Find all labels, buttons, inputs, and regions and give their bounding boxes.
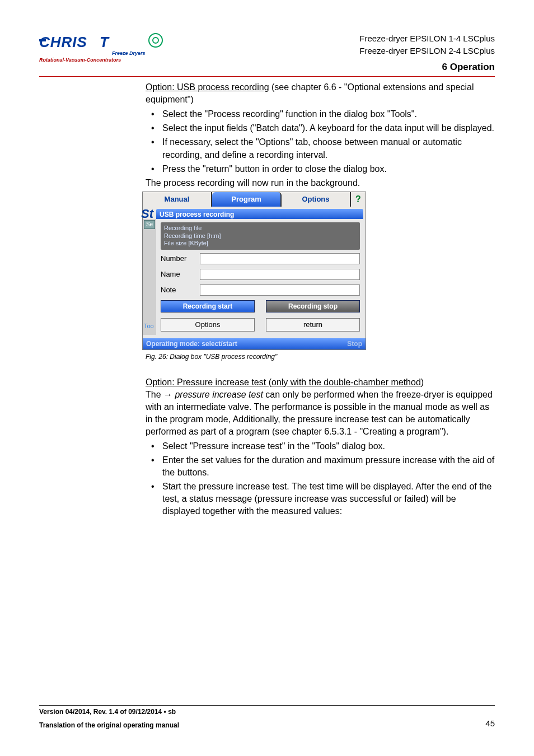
usb-dialog: Manual Program Options ? St 2015-10-21 U… — [142, 192, 366, 350]
info-l2: Recording time [h:m] — [164, 232, 357, 240]
pressure-p1a: The → — [146, 390, 175, 399]
footer-line2: Translation of the original operating ma… — [39, 721, 495, 729]
svg-point-4 — [153, 38, 158, 43]
label-note: Note — [161, 285, 200, 295]
footer: Version 04/2014, Rev. 1.4 of 09/12/2014 … — [39, 705, 495, 729]
label-number: Number — [161, 254, 200, 264]
usb-after: The process recording will now run in th… — [146, 177, 495, 189]
return-button[interactable]: return — [266, 318, 360, 332]
dialog-midbar: St 2015-10-21 USB process recording — [143, 207, 366, 219]
usb-b2: Select the input fields ("Batch data"). … — [146, 122, 495, 134]
usb-b4: Press the "return" button in order to cl… — [146, 163, 495, 175]
pressure-p1b: pressure increase test — [175, 390, 263, 399]
logo: CHRIS T Freeze Dryers Rotational-Vacuum-… — [39, 32, 168, 67]
footer-divider — [39, 705, 495, 706]
pressure-bullets: Select "Pressure increase test" in the "… — [146, 440, 495, 517]
header-line1: Freeze-dryer EPSILON 1-4 LSCplus — [359, 32, 495, 45]
pressure-p1: The → pressure increase test can only be… — [146, 389, 495, 438]
svg-text:CHRIS: CHRIS — [39, 34, 87, 50]
tab-manual[interactable]: Manual — [143, 192, 212, 207]
svg-point-3 — [149, 34, 162, 47]
usb-b3: If necessary, select the "Options" tab, … — [146, 136, 495, 161]
status-right: Stop — [347, 339, 362, 349]
christ-logo: CHRIS T Freeze Dryers Rotational-Vacuum-… — [39, 32, 168, 67]
midbar-title: USB process recording — [156, 209, 363, 219]
footer-line1: Version 04/2014, Rev. 1.4 of 09/12/2014 … — [39, 708, 495, 716]
label-name: Name — [161, 269, 200, 279]
header: CHRIS T Freeze Dryers Rotational-Vacuum-… — [39, 32, 495, 74]
page-number: 45 — [485, 718, 495, 728]
logo-sub2: Rotational-Vacuum-Concentrators — [39, 57, 121, 63]
dialog-btnrow1: Recording start Recording stop — [161, 300, 360, 312]
tab-help[interactable]: ? — [351, 192, 366, 207]
input-note[interactable] — [200, 284, 360, 296]
usb-title: Option: USB process recording (see chapt… — [146, 81, 495, 106]
gutter-too: Too — [143, 322, 156, 330]
pressure-title: Option: Pressure increase test (only wit… — [146, 376, 495, 389]
dialog-info: Recording file Recording time [h:m] File… — [161, 222, 360, 250]
status-left: Operating mode: select/start — [146, 339, 237, 349]
tab-options[interactable]: Options — [282, 192, 351, 207]
page: { "header": { "logo_top": "CHRIST", "log… — [0, 0, 534, 756]
dialog-inner: Se Too Recording file Recording time [h:… — [143, 219, 366, 338]
dialog-form: Recording file Recording time [h:m] File… — [156, 219, 366, 335]
input-number[interactable] — [200, 253, 360, 264]
press-b2: Enter the set values for the duration an… — [146, 454, 495, 479]
options-button[interactable]: Options — [161, 318, 255, 332]
gutter-se: Se — [144, 220, 155, 229]
input-name[interactable] — [200, 269, 360, 280]
press-b3: Start the pressure increase test. The te… — [146, 480, 495, 517]
tab-program[interactable]: Program — [212, 192, 282, 207]
dialog-statusbar: Operating mode: select/start Stop — [143, 338, 366, 349]
recording-start-button[interactable]: Recording start — [161, 300, 255, 312]
press-b1: Select "Pressure increase test" in the "… — [146, 440, 495, 452]
usb-bullets: Select the "Process recording" function … — [146, 108, 495, 175]
info-l3: File size [KByte] — [164, 240, 357, 248]
section-title: 6 Operation — [359, 60, 495, 74]
row-name: Name — [161, 269, 360, 280]
recording-stop-button[interactable]: Recording stop — [266, 300, 360, 312]
figure-caption: Fig. 26: Dialog box "USB process recordi… — [146, 352, 495, 362]
dialog-tabs: Manual Program Options ? — [143, 192, 366, 207]
header-line2: Freeze-dryer EPSILON 2-4 LSCplus — [359, 45, 495, 57]
row-number: Number — [161, 253, 360, 264]
usb-title-link: Option: USB process recording — [146, 82, 269, 92]
header-divider — [39, 76, 495, 77]
dialog-btnrow2: Options return — [161, 318, 360, 332]
usb-b1: Select the "Process recording" function … — [146, 108, 495, 120]
info-l1: Recording file — [164, 225, 357, 232]
row-note: Note — [161, 284, 360, 296]
header-right: Freeze-dryer EPSILON 1-4 LSCplus Freeze-… — [359, 32, 495, 74]
dialog-gutter: Se Too — [143, 219, 156, 335]
logo-sub1: Freeze Dryers — [112, 50, 146, 56]
svg-text:T: T — [100, 34, 110, 50]
content: Option: USB process recording (see chapt… — [146, 81, 495, 517]
